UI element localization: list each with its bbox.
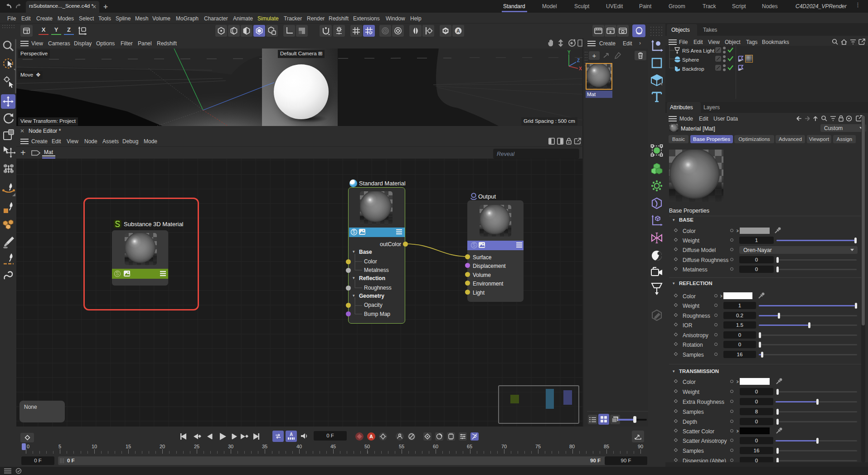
svg-text:X: X bbox=[579, 66, 582, 71]
svg-text:A: A bbox=[369, 434, 373, 439]
svg-text:A: A bbox=[290, 432, 293, 437]
svg-text:Y: Y bbox=[567, 50, 571, 55]
svg-text:A: A bbox=[456, 28, 460, 34]
svg-text:Z: Z bbox=[577, 58, 580, 63]
